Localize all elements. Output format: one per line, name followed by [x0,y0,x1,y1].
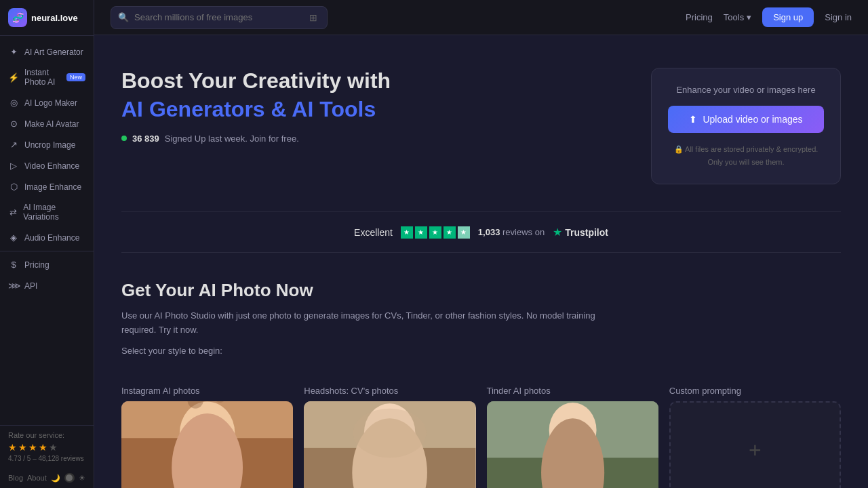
divider [0,251,94,251]
sidebar-item-label: Make AI Avatar [24,119,79,129]
sidebar: 🧬 neural.love ✦ AI Art Generator ⚡ Insta… [0,0,94,488]
badge-text: Signed Up last week. Join for free. [165,134,299,144]
upload-icon: ⬆ [689,114,697,125]
api-icon: ⋙ [8,281,19,291]
pricing-icon: $ [8,260,19,270]
sidebar-item-api[interactable]: ⋙ API [0,275,94,296]
sidebar-item-uncrop-image[interactable]: ↗ Uncrop Image [0,134,94,155]
trustpilot-logo[interactable]: ★ Trustpilot [553,226,608,239]
sun-icon: ☀ [79,474,85,483]
sidebar-item-image-enhance[interactable]: ⬡ Image Enhance [0,176,94,197]
trustpilot-excellent: Excellent [354,227,393,238]
hero-badge: 36 839 Signed Up last week. Join for fre… [121,134,624,144]
photo-item-headshots[interactable]: Headshots: CV's photos [304,386,475,488]
sidebar-item-ai-image-variations[interactable]: ⇄ AI Image Variations [0,197,94,227]
security-line2: Only you will see them. [707,157,784,168]
sidebar-item-label: Uncrop Image [24,140,75,150]
sidebar-item-label: Audio Enhance [24,233,79,243]
section-title: Get Your AI Photo Now [121,280,841,301]
upload-security: 🔒 All files are stored privately & encry… [674,144,818,167]
upload-button[interactable]: ⬆ Upload video or images [668,106,824,133]
section-description: Use our AI Photo Studio with just one ph… [121,309,596,338]
sidebar-item-make-ai-avatar[interactable]: ⊙ Make AI Avatar [0,113,94,134]
sidebar-item-label: AI Image Variations [23,203,85,222]
search-icon: 🔍 [118,12,129,22]
signup-count: 36 839 [132,134,159,144]
sidebar-item-label: Pricing [24,260,50,270]
headshots-thumbnail[interactable] [304,401,475,488]
hero-section: Boost Your Creativity with AI Generators… [94,35,868,211]
trustpilot-reviews: 1,033 reviews on [478,227,545,237]
brand-name: neural [31,13,58,23]
photo-style-grid: Instagram AI photos Headshots: CV's phot… [94,386,868,488]
tinder-thumbnail[interactable] [487,401,658,488]
sidebar-item-label: AI Logo Maker [24,98,77,108]
sidebar-item-video-enhance[interactable]: ▷ Video Enhance [0,155,94,176]
trustpilot-stars: ★ ★ ★ ★ ★ [401,226,470,239]
topbar-right: Pricing Tools ▾ Sign up Sign in [686,7,852,27]
sidebar-item-ai-art-generator[interactable]: ✦ AI Art Generator [0,41,94,62]
art-icon: ✦ [8,47,19,57]
hero-title-line1: Boost Your Creativity with [121,68,624,94]
hero-text: Boost Your Creativity with AI Generators… [121,68,624,144]
tools-dropdown[interactable]: Tools ▾ [724,12,751,22]
image-enhance-icon: ⬡ [8,182,19,192]
lock-icon: 🔒 All files are stored privately & encry… [674,144,818,155]
sidebar-item-label: API [24,281,37,291]
photo-item-instagram[interactable]: Instagram AI photos [121,386,293,488]
topbar: 🔍 ⊞ Pricing Tools ▾ Sign up Sign in [94,0,868,35]
signup-button[interactable]: Sign up [762,7,814,27]
theme-toggle[interactable] [64,473,75,483]
audio-icon: ◈ [8,232,19,243]
sidebar-item-pricing[interactable]: $ Pricing [0,254,94,275]
star-5: ★ [49,442,58,453]
chevron-down-icon: ▾ [747,12,751,22]
sidebar-navigation: ✦ AI Art Generator ⚡ Instant Photo AI Ne… [0,36,94,425]
headshots-label: Headshots: CV's photos [304,386,475,396]
status-dot [121,136,127,141]
blog-link[interactable]: Blog [8,474,23,482]
signin-link[interactable]: Sign in [825,12,852,22]
tp-star-2: ★ [415,226,427,239]
photo-item-custom[interactable]: Custom prompting + [669,386,841,488]
search-input[interactable] [134,12,301,22]
sidebar-item-instant-photo-ai[interactable]: ⚡ Instant Photo AI New [0,62,94,92]
avatar-icon: ⊙ [8,119,19,129]
logo[interactable]: 🧬 neural.love [0,0,94,36]
theme-toggle-row: Blog About 🌙 ☀ [0,468,94,488]
tp-star-3: ★ [429,226,441,239]
sidebar-item-label: Image Enhance [24,182,81,192]
rating-text: 4.73 / 5 – 48,128 reviews [8,455,85,462]
video-icon: ▷ [8,161,19,171]
sidebar-item-audio-enhance[interactable]: ◈ Audio Enhance [0,227,94,248]
trustpilot-brand: Trustpilot [565,227,608,238]
star-2: ★ [18,442,27,453]
instagram-thumbnail[interactable] [121,401,293,488]
moon-icon: 🌙 [51,474,60,483]
sidebar-item-ai-logo-maker[interactable]: ◎ AI Logo Maker [0,92,94,113]
rate-label: Rate our service: [8,431,85,439]
photo-ai-icon: ⚡ [8,73,19,83]
tinder-label: Tinder AI photos [487,386,658,396]
sidebar-item-label: AI Art Generator [24,47,83,57]
variations-icon: ⇄ [8,207,18,218]
upload-button-label: Upload video or images [703,114,802,125]
pricing-link[interactable]: Pricing [686,12,713,22]
star-rating[interactable]: ★ ★ ★ ★ ★ [8,442,85,453]
filter-icon[interactable]: ⊞ [307,11,320,24]
instagram-label: Instagram AI photos [121,386,293,396]
uncrop-icon: ↗ [8,140,19,150]
photo-item-tinder[interactable]: Tinder AI photos [487,386,658,488]
search-bar[interactable]: 🔍 ⊞ [111,6,328,29]
plus-icon: + [749,438,762,463]
about-link[interactable]: About [27,474,47,482]
sidebar-item-label: Video Enhance [24,161,79,171]
toggle-knob [66,474,73,481]
tp-star-5: ★ [458,226,470,239]
trustpilot-star-icon: ★ [553,226,562,239]
custom-thumbnail[interactable]: + [669,401,841,488]
logo-icon: 🧬 [8,8,27,27]
sidebar-item-label: Instant Photo AI [24,68,60,87]
logo-text: neural.love [31,13,78,23]
tools-label: Tools [724,12,744,22]
